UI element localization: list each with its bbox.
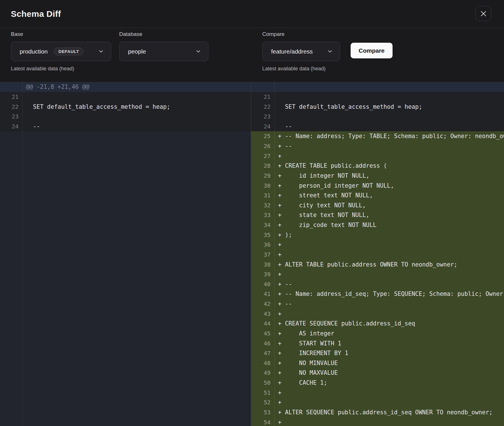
code-text: + CREATE SEQUENCE public.address_id_seq xyxy=(275,319,504,329)
line-number: 34 xyxy=(251,220,275,230)
line-number: 45 xyxy=(251,329,275,339)
diff-line-row: 25+ -- Name: address; Type: TABLE; Schem… xyxy=(251,131,504,141)
code-text: -- xyxy=(23,122,251,132)
diff-line-row: 41+ -- Name: address_id_seq; Type: SEQUE… xyxy=(251,289,504,299)
code-text: + xyxy=(275,398,504,407)
line-number: 39 xyxy=(251,269,275,279)
code-text: + id integer NOT NULL, xyxy=(275,171,504,181)
diff-line-row: 37+ xyxy=(251,250,504,260)
compare-branch-select[interactable]: feature/address xyxy=(262,42,340,61)
line-number: 48 xyxy=(251,358,275,368)
diff-panel-compare: 2122 SET default_table_access_method = h… xyxy=(251,82,504,426)
hunk-header: @@ -21,8 +21,46 @@ xyxy=(23,82,251,92)
diff-line-row: 30+ person_id integer NOT NULL, xyxy=(251,181,504,191)
code-text: + ALTER SEQUENCE public.address_id_seq O… xyxy=(275,407,504,417)
line-number: 41 xyxy=(251,289,275,299)
default-badge: DEFAULT xyxy=(54,48,84,55)
code-text: + NO MINVALUE xyxy=(275,358,504,368)
line-number: 33 xyxy=(251,210,275,220)
code-text: + -- Name: address_id_seq; Type: SEQUENC… xyxy=(275,289,504,299)
line-number: 37 xyxy=(251,250,275,260)
code-text: + ); xyxy=(275,230,504,240)
page-title: Schema Diff xyxy=(11,9,61,19)
close-icon xyxy=(480,10,487,17)
code-text: + xyxy=(275,269,504,279)
line-number: 26 xyxy=(251,141,275,151)
modal-header: Schema Diff xyxy=(0,0,504,28)
diff-line-row: 33+ state text NOT NULL, xyxy=(251,210,504,220)
line-number: 49 xyxy=(251,368,275,378)
code-text: + xyxy=(275,309,504,319)
diff-line-row: 23 xyxy=(0,112,251,122)
code-text xyxy=(275,92,504,102)
line-number xyxy=(251,82,275,92)
diff-line-row: 40+ -- xyxy=(251,279,504,289)
code-text: + xyxy=(275,250,504,260)
diff-line-row: 48+ NO MINVALUE xyxy=(251,358,504,368)
compare-branch-value: feature/address xyxy=(271,48,313,55)
diff-line-row: 27+ xyxy=(251,151,504,161)
base-branch-value: production xyxy=(20,48,48,55)
code-text: + -- xyxy=(275,299,504,309)
line-number: 24 xyxy=(251,122,275,132)
line-number: 25 xyxy=(251,131,275,141)
diff-line-row: 24 -- xyxy=(251,122,504,132)
diff-line-row: 43+ xyxy=(251,309,504,319)
code-text: + INCREMENT BY 1 xyxy=(275,348,504,358)
code-text xyxy=(275,112,504,122)
diff-line-row: 39+ xyxy=(251,269,504,279)
code-text: + xyxy=(275,417,504,426)
hunk-header xyxy=(275,82,504,92)
code-text: + -- Name: address; Type: TABLE; Schema:… xyxy=(275,131,504,141)
line-number xyxy=(0,131,23,426)
code-text: + person_id integer NOT NULL, xyxy=(275,181,504,191)
diff-panel-base: @@ -21,8 +21,46 @@2122 SET default_table… xyxy=(0,82,251,426)
compare-helper-text: Latest available data (head) xyxy=(262,66,326,72)
schema-diff-view: @@ -21,8 +21,46 @@2122 SET default_table… xyxy=(0,82,504,426)
filler-area xyxy=(23,131,251,426)
line-number: 23 xyxy=(251,112,275,122)
line-number xyxy=(0,82,23,92)
line-number: 21 xyxy=(251,92,275,102)
code-text: + START WITH 1 xyxy=(275,338,504,348)
code-text: + -- xyxy=(275,141,504,151)
line-number: 24 xyxy=(0,122,23,132)
line-number: 22 xyxy=(251,102,275,112)
line-number: 42 xyxy=(251,299,275,309)
line-number: 30 xyxy=(251,181,275,191)
diff-line-row: 54+ xyxy=(251,417,504,426)
diff-line-row: 53+ ALTER SEQUENCE public.address_id_seq… xyxy=(251,407,504,417)
code-text: + street text NOT NULL, xyxy=(275,191,504,200)
base-branch-select[interactable]: production DEFAULT xyxy=(11,42,111,61)
database-select[interactable]: people xyxy=(119,42,208,61)
line-number: 43 xyxy=(251,309,275,319)
code-text: + zip_code text NOT NULL xyxy=(275,220,504,230)
diff-line-row: 50+ CACHE 1; xyxy=(251,378,504,388)
line-number: 52 xyxy=(251,398,275,407)
compare-label: Compare xyxy=(262,31,284,37)
code-text: + ALTER TABLE public.address OWNER TO ne… xyxy=(275,259,504,269)
chevron-down-icon xyxy=(195,48,201,54)
line-number: 22 xyxy=(0,102,23,112)
code-text: SET default_table_access_method = heap; xyxy=(275,102,504,112)
code-text: -- xyxy=(275,122,504,132)
compare-button[interactable]: Compare xyxy=(351,43,393,58)
diff-line-row: 26+ -- xyxy=(251,141,504,151)
chevron-down-icon xyxy=(327,48,333,54)
diff-line-row: 29+ id integer NOT NULL, xyxy=(251,171,504,181)
database-label: Database xyxy=(119,31,142,37)
code-text: + CACHE 1; xyxy=(275,378,504,388)
diff-line-row xyxy=(0,131,251,426)
code-text xyxy=(23,112,251,122)
diff-line-row: 51+ xyxy=(251,388,504,398)
code-text: + xyxy=(275,151,504,161)
line-number: 46 xyxy=(251,338,275,348)
diff-line-row: 22 SET default_table_access_method = hea… xyxy=(0,102,251,112)
close-button[interactable] xyxy=(475,6,491,21)
code-text: + -- xyxy=(275,279,504,289)
diff-line-row: 44+ CREATE SEQUENCE public.address_id_se… xyxy=(251,319,504,329)
code-text: + city text NOT NULL, xyxy=(275,200,504,210)
diff-line-row: 21 xyxy=(251,92,504,102)
diff-line-row: 31+ street text NOT NULL, xyxy=(251,191,504,200)
line-number: 54 xyxy=(251,417,275,426)
